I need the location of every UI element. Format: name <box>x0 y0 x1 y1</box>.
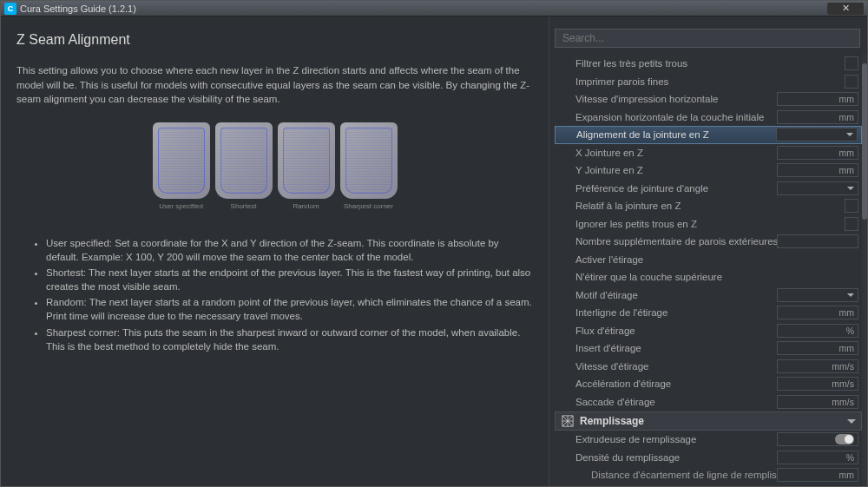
search-input[interactable] <box>555 29 860 48</box>
setting-label: Insert d'étirage <box>575 343 777 353</box>
setting-row[interactable]: Nombre supplémentaire de parois extérieu… <box>555 233 862 251</box>
setting-row[interactable]: Densité du remplissage% <box>555 449 862 467</box>
thumbnail: User specified <box>153 122 210 210</box>
setting-checkbox[interactable] <box>845 199 858 213</box>
setting-label: Motif d'étirage <box>575 290 777 300</box>
setting-value-field[interactable]: mm <box>777 92 858 106</box>
setting-row[interactable]: Filtrer les très petits trous <box>555 55 862 73</box>
setting-row[interactable]: Distance d'écartement de ligne de rempli… <box>555 466 862 484</box>
app-window: C Cura Settings Guide (1.2.1) ✕ Z Seam A… <box>0 0 868 487</box>
setting-label: Ignorer les petits trous en Z <box>575 219 845 229</box>
setting-label: Relatif à la jointure en Z <box>575 201 845 211</box>
scroll-thumb[interactable] <box>862 63 867 220</box>
chevron-down-icon <box>847 419 856 424</box>
thumbnail-label: Sharpest corner <box>344 202 393 210</box>
bullet: Sharpest corner: This puts the seam in t… <box>46 326 533 353</box>
setting-value-field[interactable]: mm <box>777 110 858 124</box>
setting-label: Vitesse d'étirage <box>575 361 777 372</box>
setting-label: X Jointure en Z <box>575 148 777 158</box>
thumbnail-row: User specified Shortest Random Sharpest … <box>16 122 533 210</box>
setting-label: Saccade d'étirage <box>575 397 777 407</box>
setting-dropdown[interactable] <box>777 181 858 195</box>
setting-row[interactable]: Extrudeuse de remplissage <box>555 431 862 449</box>
setting-row[interactable]: Saccade d'étiragemm/s <box>555 393 862 411</box>
setting-row[interactable]: Interligne de l'étiragemm <box>555 304 862 322</box>
setting-row[interactable]: Imprimer parois fines <box>555 73 862 91</box>
article-panel: Z Seam Alignment This setting allows you… <box>1 16 549 486</box>
setting-label: Activer l'étirage <box>575 254 862 265</box>
content: Z Seam Alignment This setting allows you… <box>1 16 867 486</box>
thumbnail-image <box>278 122 335 199</box>
setting-row[interactable]: Préférence de jointure d'angle <box>555 180 862 198</box>
setting-value-field[interactable]: mm <box>777 146 858 160</box>
bullet: Random: The next layer starts at a rando… <box>46 295 533 323</box>
setting-label: Alignement de la jointure en Z <box>576 129 776 140</box>
setting-row[interactable]: Accélération d'étiragemm/s <box>555 375 862 393</box>
setting-row[interactable]: Activer l'étirage <box>555 251 862 269</box>
setting-value-field[interactable]: mm/s <box>777 359 858 373</box>
window-title: Cura Settings Guide (1.2.1) <box>20 3 827 14</box>
titlebar: C Cura Settings Guide (1.2.1) ✕ <box>1 1 867 16</box>
setting-value-field[interactable]: % <box>777 324 858 338</box>
setting-value-field[interactable] <box>777 234 858 248</box>
settings-panel: Filtrer les très petits trousImprimer pa… <box>549 16 867 486</box>
article-title: Z Seam Alignment <box>16 32 533 48</box>
setting-label: Flux d'étirage <box>575 326 777 336</box>
setting-label: Expansion horizontale de la couche initi… <box>575 112 777 122</box>
setting-row[interactable]: X Jointure en Zmm <box>555 144 862 162</box>
article-description: This setting allows you to choose where … <box>16 63 533 107</box>
setting-label: Extrudeuse de remplissage <box>575 434 777 444</box>
setting-row[interactable]: Expansion horizontale de la couche initi… <box>555 109 862 127</box>
setting-label: Accélération d'étirage <box>575 378 777 389</box>
settings-list-2: Extrudeuse de remplissageDensité du remp… <box>555 431 862 484</box>
setting-value-field[interactable]: mm <box>777 341 858 355</box>
setting-label: Densité du remplissage <box>575 452 777 463</box>
setting-label: Distance d'écartement de ligne de rempli… <box>591 470 777 480</box>
thumbnail-label: User specified <box>159 202 203 210</box>
thumbnail: Sharpest corner <box>340 122 398 210</box>
setting-value-field[interactable]: mm <box>777 306 858 319</box>
setting-label: Préférence de jointure d'angle <box>575 183 777 194</box>
setting-row[interactable]: Vitesse d'impression horizontalemm <box>555 90 862 109</box>
app-icon: C <box>4 3 16 15</box>
setting-row[interactable]: Relatif à la jointure en Z <box>555 197 862 215</box>
thumbnail: Shortest <box>215 122 273 210</box>
setting-label: N'étirer que la couche supérieure <box>575 272 862 282</box>
setting-value-field[interactable]: mm/s <box>777 377 858 391</box>
setting-label: Interligne de l'étirage <box>575 307 777 318</box>
thumbnail-image <box>215 122 273 199</box>
setting-label: Y Jointure en Z <box>575 165 777 175</box>
setting-dropdown[interactable] <box>777 288 858 302</box>
setting-value-field[interactable]: mm/s <box>777 395 858 409</box>
setting-row[interactable]: ▶Alignement de la jointure en Z <box>555 126 862 144</box>
close-button[interactable]: ✕ <box>827 3 864 15</box>
category-label: Remplissage <box>580 415 847 427</box>
setting-toggle-field[interactable] <box>777 432 858 446</box>
scrollbar[interactable] <box>862 53 867 486</box>
setting-dropdown[interactable] <box>776 128 858 141</box>
setting-value-field[interactable]: mm <box>777 163 858 177</box>
setting-checkbox[interactable] <box>845 217 858 231</box>
bullet: Shortest: The next layer starts at the e… <box>46 266 533 293</box>
thumbnail-label: Random <box>293 202 319 210</box>
setting-checkbox[interactable] <box>845 75 858 89</box>
setting-value-field[interactable]: mm <box>777 468 858 482</box>
bullet-list: User specified: Set a coordinate for the… <box>16 236 533 353</box>
setting-checkbox[interactable] <box>845 56 858 70</box>
thumbnail: Random <box>278 122 335 210</box>
setting-row[interactable]: Ignorer les petits trous en Z <box>555 215 862 234</box>
thumbnail-image <box>340 122 398 199</box>
setting-row[interactable]: Y Jointure en Zmm <box>555 161 862 180</box>
setting-label: Vitesse d'impression horizontale <box>575 94 777 104</box>
settings-list: Filtrer les très petits trousImprimer pa… <box>555 55 862 411</box>
setting-row[interactable]: Flux d'étirage% <box>555 322 862 340</box>
category-row[interactable]: Remplissage <box>555 411 862 431</box>
setting-row[interactable]: Motif d'étirage <box>555 286 862 305</box>
setting-row[interactable]: Insert d'étiragemm <box>555 339 862 358</box>
setting-row[interactable]: N'étirer que la couche supérieure <box>555 268 862 286</box>
setting-label: Nombre supplémentaire de parois extérieu… <box>575 236 777 247</box>
toggle-switch[interactable] <box>835 434 854 444</box>
setting-value-field[interactable]: % <box>777 451 858 464</box>
setting-label: Imprimer parois fines <box>575 76 845 87</box>
setting-row[interactable]: Vitesse d'étiragemm/s <box>555 358 862 376</box>
